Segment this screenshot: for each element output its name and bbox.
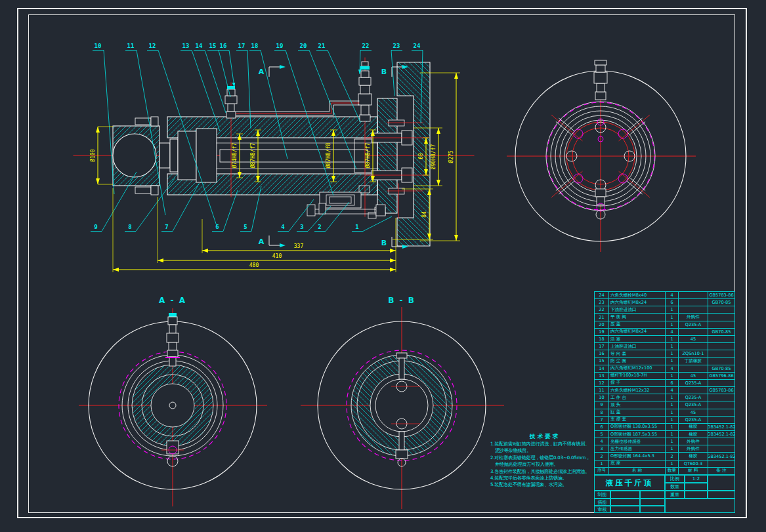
dim-label: 410 — [272, 253, 282, 259]
parts-cell: GB70-85 — [708, 299, 734, 306]
parts-cell: 1 — [665, 431, 678, 438]
callout-number: 20 — [300, 43, 307, 49]
ball-head — [113, 134, 156, 177]
parts-cell: 丁腈橡胶 — [678, 358, 708, 364]
title-block-cell — [685, 483, 708, 491]
parts-cell: 4 — [665, 387, 678, 394]
parts-cell: 缸 盖 — [608, 409, 665, 416]
title-block-cell — [610, 499, 640, 506]
parts-header-cell: 数量 — [665, 468, 678, 474]
drawn-label: 制图 — [594, 491, 610, 499]
parts-cell: 上油腔进油口 — [608, 343, 665, 350]
parts-row: 24六角头螺栓M8x404GB5783-86 — [595, 292, 734, 298]
title-block-cell — [665, 499, 735, 513]
parts-cell — [708, 336, 734, 342]
parts-row: 3压力传感器1外购件 — [595, 445, 734, 452]
parts-cell: GB3452.1-82 — [708, 431, 734, 438]
parts-cell: 1 — [665, 417, 678, 423]
title-block-cell — [640, 499, 665, 506]
spoke-edge — [559, 118, 574, 131]
callout-number: 18 — [251, 43, 259, 49]
parts-cell: 45 — [678, 336, 708, 342]
parts-cell — [708, 401, 734, 408]
parts-cell: 橡胶 — [678, 431, 708, 438]
callout-number: 21 — [318, 43, 326, 49]
drawing-sheet: A - A — [0, 0, 766, 532]
parts-cell: 外购件 — [678, 314, 708, 320]
drawing-title: 液压千斤顶 — [594, 475, 665, 491]
parts-cell: 1 — [665, 409, 678, 416]
fitting-band — [360, 66, 370, 70]
spoke-edge — [627, 181, 643, 194]
parts-row: 5O形密封圈 187.5x3.551橡胶GB3452.1-82 — [595, 430, 734, 438]
parts-cell: O形密封圈 187.5x3.55 — [608, 431, 665, 438]
parts-cell: GB70-85 — [708, 329, 734, 335]
parts-cell: 橡胶 — [678, 424, 708, 430]
callout-leader — [328, 51, 360, 123]
title-block-cell — [610, 506, 640, 513]
parts-cell: 1 — [665, 460, 678, 467]
parts-cell — [678, 329, 708, 335]
parts-cell: Q235-A — [678, 380, 708, 386]
parts-cell: 6 — [595, 424, 608, 430]
parts-cell: 21 — [595, 314, 608, 320]
callout-leader — [104, 51, 114, 195]
parts-header-cell: 序号 — [595, 468, 608, 474]
callout-number: 4 — [281, 224, 285, 230]
parts-row: 20压 盖1Q235-A — [595, 321, 734, 328]
parts-row: 10工 作 台1Q235-A — [595, 394, 734, 401]
title-block-cell — [708, 491, 735, 499]
parts-cell: 24 — [595, 292, 608, 298]
parts-cell: Q235-A — [678, 401, 708, 408]
parts-row: 22下油腔进油口1 — [595, 306, 734, 313]
parts-cell: GB3452.1-82 — [708, 453, 734, 459]
parts-cell: 20 — [595, 321, 608, 328]
parts-cell — [708, 417, 734, 423]
parts-row: 12撑 子6Q235-A — [595, 379, 734, 386]
parts-cell: 1 — [665, 394, 678, 401]
parts-cell: 撑 子 — [608, 380, 665, 386]
parts-cell: 3 — [595, 445, 608, 452]
parts-cell — [708, 380, 734, 386]
callout-number: 3 — [300, 224, 303, 230]
parts-cell: 11 — [595, 387, 608, 394]
parts-cell: 13 — [595, 373, 608, 379]
parts-cell — [708, 445, 734, 452]
parts-cell: 10 — [595, 394, 608, 401]
section-arrow — [280, 65, 286, 69]
marker-a-top: A — [259, 68, 265, 76]
parts-cell — [708, 460, 734, 467]
spoke-edge — [627, 118, 643, 131]
parts-cell: 5 — [595, 431, 608, 438]
parts-cell: 4 — [665, 292, 678, 298]
title-block-cell — [685, 491, 708, 499]
end-view-top-fitting — [594, 60, 607, 100]
callout-number: 23 — [393, 43, 400, 49]
parts-cell: 1 — [665, 438, 678, 445]
callout-number: 5 — [244, 224, 247, 230]
spoke-edge — [559, 181, 574, 194]
parts-cell: 防 尘 圈 — [608, 358, 665, 364]
parts-cell — [678, 306, 708, 313]
callout-number: 11 — [127, 43, 135, 49]
parts-cell — [708, 343, 734, 350]
parts-row: 2O形密封圈 164.4x5.32橡胶GB3452.1-82 — [595, 452, 734, 459]
parts-row: 1底 座1QT600-3 — [595, 460, 734, 467]
parts-cell: GB5783-86 — [708, 292, 734, 298]
parts-row: 13螺杆Tr160x18-7H145GB5796-86 — [595, 372, 734, 379]
parts-cell: 2 — [595, 453, 608, 459]
parts-header-cell: 备 注 — [708, 468, 734, 474]
callout-leader — [223, 190, 238, 232]
dim-label: Ø74H8/f7 — [231, 143, 238, 169]
parts-cell: 6 — [665, 380, 678, 386]
callout-number: 2 — [318, 224, 321, 230]
checked-label: 审核 — [594, 506, 610, 513]
section-view-aa: A - A — [79, 296, 267, 506]
qty-label: 数量 — [665, 483, 685, 491]
parts-row: 4光栅位移传感器1外购件 — [595, 438, 734, 445]
parts-cell: GB5783-86 — [708, 387, 734, 394]
parts-cell — [678, 343, 708, 350]
parts-cell: GB3452.1-82 — [708, 424, 734, 430]
parts-cell: 9 — [595, 401, 608, 408]
parts-cell: ZQSn10-1 — [678, 350, 708, 357]
